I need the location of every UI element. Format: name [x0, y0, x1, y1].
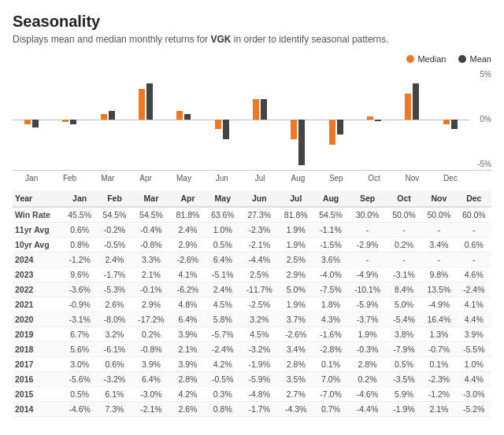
- median-bar-jul: [253, 68, 259, 170]
- legend-mean: Mean: [458, 54, 491, 64]
- table-row: 2014-4.6%7.3%-2.1%2.6%0.8%-1.7%-4.3%0.7%…: [13, 402, 491, 417]
- cell-value: 9.6%: [62, 267, 97, 282]
- cell-value: 0.5%: [387, 357, 421, 372]
- cell-value: -4.4%: [240, 253, 279, 267]
- cell-value: 6.7%: [62, 327, 97, 342]
- month-label-nov: Nov: [393, 174, 431, 182]
- cell-value: 54.5%: [132, 207, 171, 223]
- cell-value: 0.2%: [132, 327, 171, 342]
- cell-value: 16.4%: [421, 312, 456, 327]
- month-group-apr: [127, 68, 165, 170]
- cell-value: -1.9%: [387, 402, 421, 417]
- cell-value: 6.1%: [97, 387, 132, 402]
- cell-value: 0.6%: [457, 238, 491, 253]
- mean-bar-mar: [109, 68, 115, 170]
- row-label: 2017: [13, 357, 62, 372]
- month-group-jun: [203, 68, 241, 170]
- table-row: 2022-3.6%-5.3%-0.1%-6.2%2.4%-11.7%5.0%-7…: [13, 282, 491, 297]
- cell-value: -3.1%: [62, 312, 97, 327]
- cell-value: 3.7%: [279, 312, 313, 327]
- cell-value: -1.5%: [313, 238, 348, 253]
- cell-value: -3.0%: [132, 387, 171, 402]
- cell-value: 2.1%: [170, 342, 205, 357]
- cell-value: 4.4%: [457, 312, 491, 327]
- cell-value: 1.0%: [457, 357, 491, 372]
- cell-value: -0.5%: [206, 372, 240, 387]
- cell-value: -0.2%: [97, 223, 132, 238]
- cell-value: 50.0%: [421, 207, 456, 223]
- cell-value: 0.6%: [97, 357, 132, 372]
- mean-label: Mean: [469, 54, 491, 64]
- cell-value: 2.8%: [348, 357, 387, 372]
- cell-value: 0.3%: [206, 387, 240, 402]
- median-bar-jan: [24, 68, 31, 170]
- table-row: 2024-1.2%2.4%3.3%-2.6%6.4%-4.4%2.5%3.6%-…: [13, 253, 491, 267]
- month-label-sep: Sep: [317, 174, 355, 182]
- table-row: 20196.7%3.2%0.2%3.9%-5.7%4.5%-2.6%-1.6%1…: [13, 327, 491, 342]
- month-label-oct: Oct: [355, 174, 393, 182]
- cell-value: 4.1%: [457, 297, 491, 312]
- cell-value: 2.4%: [206, 282, 240, 297]
- cell-value: 8.4%: [387, 282, 421, 297]
- legend-median: Median: [406, 54, 446, 64]
- cell-value: 3.0%: [62, 357, 97, 372]
- cell-value: -1.1%: [313, 223, 348, 238]
- month-group-dec: [432, 68, 469, 170]
- median-dot: [406, 55, 414, 63]
- row-label: 2020: [13, 312, 62, 327]
- cell-value: 1.9%: [279, 297, 313, 312]
- cell-value: 2.1%: [421, 402, 456, 417]
- mean-dot: [458, 55, 466, 63]
- cell-value: 3.3%: [132, 253, 171, 267]
- cell-value: -: [457, 253, 491, 267]
- row-label: 10yr Avg: [13, 238, 62, 253]
- cell-value: 6.4%: [132, 372, 171, 387]
- cell-value: 3.2%: [97, 327, 132, 342]
- cell-value: -: [421, 223, 456, 238]
- cell-value: -3.2%: [240, 342, 279, 357]
- cell-value: 2.4%: [170, 223, 205, 238]
- col-header-sep: Sep: [348, 190, 387, 207]
- cell-value: 4.1%: [170, 267, 205, 282]
- cell-value: 3.2%: [240, 312, 279, 327]
- cell-value: -0.3%: [348, 342, 387, 357]
- table-row: 2021-0.9%2.6%2.9%4.8%4.5%-2.5%1.9%1.8%-5…: [13, 297, 491, 312]
- cell-value: -10.1%: [348, 282, 387, 297]
- cell-value: -0.4%: [132, 223, 171, 238]
- cell-value: -7.9%: [387, 342, 421, 357]
- cell-value: 0.6%: [62, 223, 97, 238]
- row-label: Win Rate: [13, 207, 62, 223]
- cell-value: -1.6%: [313, 327, 348, 342]
- cell-value: -4.6%: [62, 402, 97, 417]
- cell-value: 0.5%: [206, 238, 240, 253]
- cell-value: -0.5%: [97, 238, 132, 253]
- cell-value: 63.6%: [206, 207, 240, 223]
- cell-value: 0.5%: [62, 387, 97, 402]
- median-label: Median: [417, 54, 446, 64]
- cell-value: -1.7%: [240, 402, 279, 417]
- cell-value: 4.5%: [240, 327, 279, 342]
- cell-value: 3.4%: [279, 342, 313, 357]
- cell-value: -5.1%: [206, 267, 240, 282]
- cell-value: -5.9%: [348, 297, 387, 312]
- cell-value: -: [387, 223, 421, 238]
- cell-value: -2.6%: [170, 253, 205, 267]
- cell-value: 54.5%: [97, 207, 132, 223]
- month-group-jan: [13, 68, 50, 170]
- cell-value: 30.0%: [348, 207, 387, 223]
- table-row: 20150.5%6.1%-3.0%4.2%0.3%-4.8%2.7%-7.0%-…: [13, 387, 491, 402]
- cell-value: -4.8%: [240, 387, 279, 402]
- cell-value: 2.8%: [170, 372, 205, 387]
- cell-value: 2.8%: [279, 357, 313, 372]
- cell-value: -1.7%: [97, 267, 132, 282]
- month-label-feb: Feb: [50, 174, 88, 182]
- cell-value: 81.8%: [279, 207, 313, 223]
- col-header-dec: Dec: [457, 190, 491, 207]
- page-title: Seasonality: [13, 13, 491, 31]
- cell-value: -1.9%: [240, 357, 279, 372]
- cell-value: 0.2%: [348, 372, 387, 387]
- cell-value: 3.9%: [457, 327, 491, 342]
- mean-bar-jul: [261, 68, 267, 170]
- cell-value: -3.7%: [348, 312, 387, 327]
- cell-value: 9.8%: [421, 267, 456, 282]
